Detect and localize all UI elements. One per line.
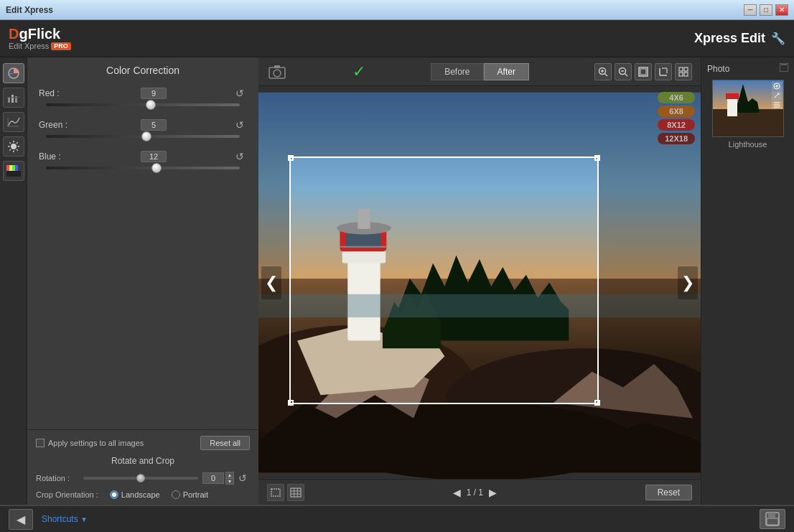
color-correction-panel: Color Correction Red : ↺ <box>27 57 258 251</box>
close-button[interactable]: ✕ <box>775 4 788 16</box>
window-title: Edit Xpress <box>6 5 53 15</box>
image-reset-button[interactable]: Reset <box>645 485 692 500</box>
landscape-radio[interactable]: Landscape <box>110 490 160 499</box>
svg-rect-17 <box>9 165 12 171</box>
red-slider-track[interactable] <box>46 103 240 106</box>
after-button[interactable]: After <box>484 63 529 80</box>
title-bar: Edit Xpress ─ □ ✕ <box>0 0 794 20</box>
svg-rect-75 <box>770 520 775 523</box>
confirm-check-icon[interactable]: ✓ <box>352 62 365 81</box>
minimize-button[interactable]: ─ <box>744 4 757 16</box>
green-value-input[interactable] <box>141 119 167 131</box>
blue-reset-button[interactable]: ↺ <box>233 151 247 162</box>
red-value-input[interactable] <box>141 88 167 99</box>
apply-all-checkbox[interactable] <box>36 439 45 447</box>
blue-value-input[interactable] <box>141 151 167 162</box>
settings-icon[interactable]: 🔧 <box>771 32 785 45</box>
prev-page-button[interactable]: ◀ <box>453 487 461 498</box>
landscape-radio-inner <box>112 493 116 497</box>
app-title: Xpress Edit <box>694 31 765 46</box>
svg-rect-23 <box>274 65 280 68</box>
size-badge-6x8[interactable]: 6X8 <box>658 106 695 117</box>
rotation-reset-button[interactable]: ↺ <box>235 472 250 484</box>
svg-rect-19 <box>15 165 18 171</box>
svg-rect-4 <box>7 97 20 98</box>
size-badge-12x18[interactable]: 12X18 <box>658 133 695 144</box>
green-slider-row: Green : ↺ <box>39 119 247 131</box>
svg-line-12 <box>9 142 11 144</box>
reset-all-button[interactable]: Reset all <box>200 436 250 450</box>
panel-content: Color Correction Red : ↺ <box>27 57 258 505</box>
next-image-button[interactable]: ❯ <box>678 266 698 299</box>
blue-slider-row: Blue : ↺ <box>39 151 247 162</box>
brightness-tool-btn[interactable] <box>3 136 24 157</box>
green-slider-track-container <box>39 135 247 138</box>
red-reset-button[interactable]: ↺ <box>233 88 247 99</box>
color-tool-btn[interactable] <box>3 63 24 83</box>
svg-rect-63 <box>713 109 784 137</box>
green-slider-group: Green : ↺ <box>39 119 247 138</box>
photo-name: Lighthouse <box>729 140 767 149</box>
before-button[interactable]: Before <box>431 63 483 80</box>
palette-tool-btn[interactable] <box>3 161 24 181</box>
image-canvas: 4X6 6X8 8X12 12X18 ❮ ❯ <box>258 86 701 479</box>
maximize-button[interactable]: □ <box>760 4 772 16</box>
rotation-down-button[interactable]: ▼ <box>225 478 234 485</box>
svg-rect-1 <box>8 98 10 103</box>
svg-point-7 <box>11 144 17 149</box>
grid-view-button[interactable] <box>675 63 692 80</box>
left-content: Color Correction Red : ↺ <box>0 57 258 505</box>
app-header: DgFlick Edit Xpress PRO Xpress Edit 🔧 <box>0 20 794 57</box>
rotation-slider[interactable] <box>83 477 198 480</box>
orientation-row: Crop Orientation : Landscape Portrait <box>36 490 250 499</box>
grid-mode-button[interactable] <box>287 484 304 501</box>
blue-slider-thumb[interactable] <box>151 163 162 173</box>
portrait-radio-circle[interactable] <box>172 490 180 499</box>
portrait-radio[interactable]: Portrait <box>172 490 208 499</box>
red-slider-group: Red : ↺ <box>39 88 247 106</box>
photo-thumbnail[interactable] <box>712 80 784 137</box>
red-slider-thumb[interactable] <box>146 100 156 110</box>
svg-line-25 <box>604 73 607 76</box>
svg-rect-53 <box>258 294 701 317</box>
logo-sub: Edit Xpress PRO <box>9 42 71 50</box>
crop-view-button[interactable] <box>655 63 672 80</box>
thumb-edit-icon-3[interactable] <box>772 101 782 109</box>
svg-rect-65 <box>726 93 739 99</box>
levels-tool-btn[interactable] <box>3 88 24 108</box>
main-layout: Color Correction Red : ↺ <box>0 57 794 505</box>
rotation-slider-thumb[interactable] <box>136 474 145 482</box>
svg-rect-73 <box>768 513 775 518</box>
curves-tool-btn[interactable] <box>3 112 24 132</box>
svg-rect-55 <box>291 488 301 497</box>
rotation-up-button[interactable]: ▲ <box>225 472 234 478</box>
portrait-label: Portrait <box>183 490 208 499</box>
svg-line-14 <box>17 142 18 144</box>
prev-image-button[interactable]: ❮ <box>261 266 281 299</box>
save-button[interactable] <box>760 509 785 529</box>
photo-panel-expand-icon[interactable] <box>780 63 788 74</box>
size-badge-8x12[interactable]: 8X12 <box>658 119 695 131</box>
thumb-edit-icon-1[interactable] <box>772 82 782 90</box>
zoom-out-button[interactable] <box>615 63 632 80</box>
svg-rect-49 <box>345 233 381 247</box>
image-bottom-bar: ◀ 1 / 1 ▶ Reset <box>258 479 701 505</box>
red-slider-track-container <box>39 103 247 106</box>
svg-rect-39 <box>679 73 683 76</box>
thumb-edit-icon-2[interactable] <box>772 91 782 100</box>
rotation-value-input[interactable] <box>202 472 224 484</box>
back-button[interactable]: ◀ <box>9 509 33 530</box>
red-slider-row: Red : ↺ <box>39 88 247 99</box>
panel-title: Color Correction <box>39 65 247 76</box>
shortcuts-link[interactable]: Shortcuts ▼ <box>42 514 88 524</box>
fit-view-button[interactable] <box>635 63 652 80</box>
green-slider-thumb[interactable] <box>141 131 151 141</box>
size-badge-4x6[interactable]: 4X6 <box>658 92 695 103</box>
green-reset-button[interactable]: ↺ <box>233 119 247 131</box>
zoom-in-button[interactable] <box>594 63 612 80</box>
next-page-button[interactable]: ▶ <box>489 487 497 498</box>
blue-slider-track[interactable] <box>46 167 240 169</box>
green-slider-track[interactable] <box>46 135 240 138</box>
landscape-radio-circle[interactable] <box>110 490 118 499</box>
crop-mode-button[interactable] <box>267 484 284 501</box>
